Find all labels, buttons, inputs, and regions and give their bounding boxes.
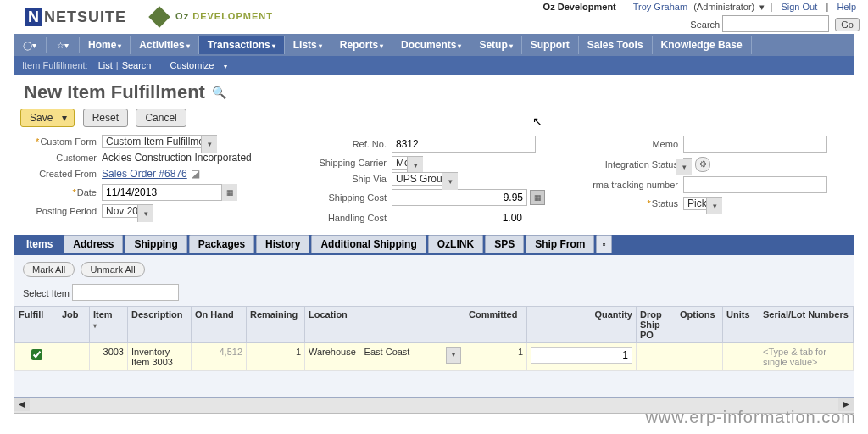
main-menu: ◯▾ ☆▾ Home▾ Activities▾ Transactions▾ Li… [14,34,854,56]
menu-reports[interactable]: Reports▾ [331,36,392,54]
scroll-left-icon[interactable]: ◀ [14,398,30,411]
menu-support[interactable]: Support [522,36,579,54]
col-quantity[interactable]: Quantity [527,307,637,343]
watermark: www.erp-information.com [645,408,856,427]
tab-items[interactable]: Items [17,235,62,253]
tab-packages[interactable]: Packages [189,235,254,253]
label-ref-no: Ref. No. [293,139,392,149]
calculator-icon[interactable]: ▦ [530,190,545,205]
tab-ship-from[interactable]: Ship From [526,235,594,253]
save-split-dropdown[interactable]: ▾ [58,112,70,124]
cell-item: 3003 [90,343,128,371]
global-search-input[interactable] [722,15,829,32]
col-fulfill[interactable]: Fulfill [15,307,58,343]
chevron-down-icon[interactable]: ▾ [137,205,153,222]
label-status: Status [568,198,683,209]
search-label: Search [690,19,720,30]
table-row[interactable]: 3003 Inventory Item 3003 4,512 1 Warehou… [15,343,854,371]
col-on-hand[interactable]: On Hand [192,307,247,343]
menu-lists[interactable]: Lists▾ [285,36,331,54]
chevron-down-icon[interactable]: ▾ [201,136,217,153]
tab-history[interactable]: History [256,235,309,253]
star-icon[interactable]: ☆▾ [47,37,80,53]
items-table: Fulfill Job Item▾ Description On Hand Re… [14,306,854,371]
menu-transactions[interactable]: Transactions▾ [199,36,285,54]
menu-activities[interactable]: Activities▾ [131,36,198,54]
menu-documents[interactable]: Documents▾ [392,36,470,54]
chevron-down-icon[interactable]: ▾ [442,173,458,190]
location-select[interactable]: Warehouse - East Coast [309,347,409,357]
label-date: Date [19,187,102,198]
label-ship-via: Ship Via [293,174,392,184]
col-remaining[interactable]: Remaining [247,307,305,343]
tab-sps[interactable]: SPS [485,235,524,253]
menu-sales-tools[interactable]: Sales Tools [579,36,653,54]
home-icon[interactable]: ◯▾ [14,37,47,53]
memo-input[interactable] [683,136,827,153]
col-drop-ship-po[interactable]: Drop Ship PO [637,307,676,343]
search-icon[interactable]: 🔍 [212,86,226,99]
col-units[interactable]: Units [723,307,760,343]
shipping-cost-input[interactable] [392,189,527,206]
label-shipping-carrier: Shipping Carrier [293,158,392,168]
sign-out-link[interactable]: Sign Out [781,2,817,12]
menu-home[interactable]: Home▾ [80,36,131,54]
menu-knowledge-base[interactable]: Knowledge Base [653,36,752,54]
popup-icon[interactable]: ◪ [191,168,200,180]
menu-setup[interactable]: Setup▾ [470,36,521,54]
fulfill-checkbox[interactable] [31,349,42,360]
col-item[interactable]: Item▾ [90,307,128,343]
rma-input[interactable] [683,176,827,193]
reset-button[interactable]: Reset [83,108,128,127]
gear-icon[interactable]: ⚙ [695,157,710,172]
tab-shipping[interactable]: Shipping [125,235,186,253]
label-shipping-cost: Shipping Cost [293,192,392,203]
tab-address[interactable]: Address [64,235,123,253]
chevron-down-icon[interactable]: ▾ [676,159,692,175]
subnav-customize[interactable]: Customize▾ [170,60,237,70]
sort-icon[interactable]: ▾ [93,322,97,330]
user-role: (Administrator) [693,2,754,12]
created-from-link[interactable]: Sales Order #6876 [102,168,187,180]
label-created-from: Created From [19,169,102,179]
label-integration-status: Integration Status [568,159,683,170]
cell-on-hand: 4,512 [192,343,247,371]
tab-ozlink[interactable]: OzLINK [428,235,483,253]
quantity-input[interactable] [531,347,632,364]
user-dropdown-icon[interactable]: ▾ [757,2,765,12]
tab-add[interactable]: ▫ [596,235,611,253]
sub-navbar: Item Fulfillment: List | Search Customiz… [14,56,854,75]
label-memo: Memo [568,139,683,149]
ref-no-input[interactable] [392,136,536,153]
custom-form-select[interactable]: Custom Item Fulfillment [102,135,217,148]
search-go-button[interactable]: Go [835,18,860,31]
cell-committed: 1 [465,343,527,371]
page-title: New Item Fulfillment [24,81,205,103]
calendar-icon[interactable]: ▦ [221,184,237,201]
col-committed[interactable]: Committed [465,307,527,343]
user-name-link[interactable]: Troy Graham [633,2,687,12]
netsuite-logo: NNETSUITE [25,8,126,26]
handling-cost-value [392,210,526,225]
chevron-down-icon[interactable]: ▾ [446,347,461,364]
select-item-input[interactable] [72,284,179,301]
col-options[interactable]: Options [676,307,723,343]
col-serial-lot[interactable]: Serial/Lot Numbers [760,307,854,343]
unmark-all-button[interactable]: Unmark All [81,262,144,277]
col-location[interactable]: Location [305,307,465,343]
serial-lot-input[interactable]: <Type & tab for single value> [763,347,826,367]
col-job[interactable]: Job [58,307,90,343]
date-input[interactable] [102,184,237,201]
cancel-button[interactable]: Cancel [136,108,186,127]
account-name: Oz Development [543,2,616,12]
subnav-search[interactable]: Search [122,60,152,70]
chevron-down-icon[interactable]: ▾ [706,198,722,214]
save-button[interactable]: Save▾ [20,108,75,127]
chevron-down-icon[interactable]: ▾ [407,157,423,174]
mark-all-button[interactable]: Mark All [23,262,75,277]
col-description[interactable]: Description [128,307,192,343]
customer-value: Ackies Construction Incorporated [102,152,252,164]
tab-additional-shipping[interactable]: Additional Shipping [311,235,426,253]
subnav-list[interactable]: List [98,60,113,70]
help-link[interactable]: Help [837,2,856,12]
